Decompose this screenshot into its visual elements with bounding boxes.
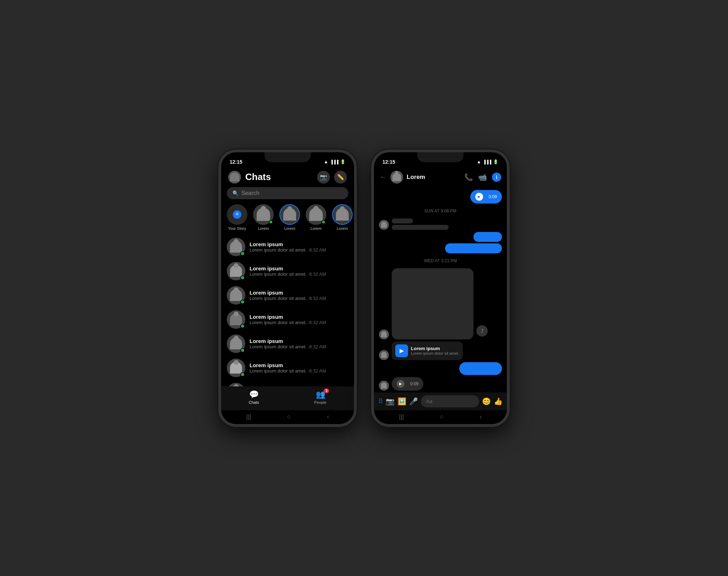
audio-bubble-received[interactable]: ▶ 0:09 bbox=[392, 377, 423, 391]
gesture-bar-left: ||| ○ ‹ bbox=[221, 410, 354, 424]
link-sender-avatar bbox=[379, 350, 389, 360]
back-button[interactable]: ← bbox=[380, 173, 387, 181]
chat-name-5: Lorem ipsum bbox=[250, 362, 348, 368]
story-item-4[interactable]: Lorem bbox=[332, 204, 353, 231]
story-item-1[interactable]: Lorem bbox=[253, 204, 274, 231]
nav-chats[interactable]: 💬 Chats bbox=[249, 390, 259, 405]
media-thumbnail bbox=[392, 268, 473, 339]
right-phone: 12:15 ▲ ▐▐▐ 🔋 ← Lorem 📞 📹 i bbox=[371, 149, 510, 427]
story-label-1: Lorem bbox=[258, 226, 269, 231]
play-button-sent[interactable]: ▶ bbox=[475, 193, 483, 201]
link-sil bbox=[381, 352, 387, 358]
add-story-btn: + bbox=[233, 210, 241, 219]
media-sil bbox=[381, 331, 387, 337]
contact-silhouette bbox=[392, 173, 401, 181]
sent-message-row bbox=[379, 232, 502, 253]
left-phone: 12:15 ▲ ▐▐▐ 🔋 Chats 📷 ✏️ bbox=[218, 149, 357, 427]
recv-sil bbox=[381, 222, 387, 228]
search-bar[interactable]: 🔍 Search bbox=[227, 187, 348, 199]
chat-info-0: Lorem ipsum Lorem ipsum dolor sit amet. … bbox=[250, 241, 348, 253]
battery-icon: 🔋 bbox=[340, 159, 346, 164]
chat-item-4[interactable]: Lorem ipsum Lorem ipsum dolor sit amet. … bbox=[224, 332, 351, 356]
camera-input-button[interactable]: 📷 bbox=[386, 397, 395, 406]
status-icons-left: ▲ ▐▐▐ 🔋 bbox=[324, 159, 346, 164]
story-item-2[interactable]: Lorem bbox=[279, 204, 300, 231]
video-call-button[interactable]: 📹 bbox=[478, 173, 487, 181]
story-sil-3 bbox=[309, 208, 323, 221]
chat-online-5 bbox=[240, 372, 245, 377]
time-left: 12:15 bbox=[230, 159, 242, 165]
chat-online-1 bbox=[240, 275, 245, 280]
emoji-button[interactable]: 😊 bbox=[482, 397, 491, 406]
play-button-received[interactable]: ▶ bbox=[397, 380, 405, 388]
chat-sil-1 bbox=[230, 265, 242, 277]
camera-button[interactable]: 📷 bbox=[317, 171, 330, 184]
chat-name-2: Lorem ipsum bbox=[250, 290, 348, 296]
chats-header: Chats 📷 ✏️ bbox=[221, 168, 354, 187]
edit-icon: ✏️ bbox=[337, 174, 344, 180]
chats-nav-label: Chats bbox=[249, 400, 259, 405]
info-button[interactable]: i bbox=[492, 173, 501, 182]
link-preview-card[interactable]: ▶ Lorem ipsum Lorem ipsum dolor sit amet… bbox=[392, 342, 463, 360]
chat-sil-6 bbox=[230, 386, 242, 386]
contact-avatar bbox=[390, 171, 403, 184]
story-label-2: Lorem bbox=[284, 226, 295, 231]
stories-row: + Your Story Lorem Lorem bbox=[221, 203, 354, 235]
recent-gesture-right[interactable]: ‹ bbox=[480, 413, 482, 421]
received-avatar bbox=[379, 220, 389, 230]
people-nav-label: People bbox=[314, 400, 326, 405]
notch-right bbox=[417, 152, 464, 162]
home-gesture-right[interactable]: ○ bbox=[440, 413, 444, 421]
sent-pill-bubble bbox=[459, 362, 502, 375]
media-container: ⤴ bbox=[392, 268, 473, 339]
audio-bubble-sent[interactable]: ▶ 0:09 bbox=[470, 190, 502, 204]
signal-icon: ▐▐▐ bbox=[330, 160, 338, 164]
story-label-3: Lorem bbox=[310, 226, 321, 231]
chat-online-2 bbox=[240, 300, 245, 304]
chat-item-3[interactable]: Lorem ipsum Lorem ipsum dolor sit amet. … bbox=[224, 307, 351, 332]
home-gesture[interactable]: ○ bbox=[287, 413, 291, 421]
share-button[interactable]: ⤴ bbox=[476, 325, 488, 337]
chat-online-3 bbox=[240, 324, 245, 328]
chat-online-0 bbox=[240, 251, 245, 256]
image-input-button[interactable]: 🖼️ bbox=[397, 397, 406, 406]
audio-msg-sent-top: ▶ 0:09 bbox=[379, 190, 502, 204]
chat-preview-4: Lorem ipsum dolor sit amet. ·8:32 AM bbox=[250, 344, 348, 349]
chat-preview-2: Lorem ipsum dolor sit amet. ·8:32 AM bbox=[250, 296, 348, 301]
chat-item-5[interactable]: Lorem ipsum Lorem ipsum dolor sit amet. … bbox=[224, 356, 351, 380]
chat-header: ← Lorem 📞 📹 i bbox=[374, 168, 507, 186]
phone-call-button[interactable]: 📞 bbox=[464, 173, 473, 181]
story-avatar-1 bbox=[253, 204, 274, 225]
chat-item-1[interactable]: Lorem ipsum Lorem ipsum dolor sit amet. … bbox=[224, 259, 351, 283]
chat-item-6[interactable]: Lorem ipsum Lorem ipsum dolor sit amet. … bbox=[224, 380, 351, 386]
nav-people[interactable]: 👥 3 People bbox=[314, 390, 326, 405]
chat-preview-3: Lorem ipsum dolor sit amet. ·8:32 AM bbox=[250, 320, 348, 325]
chat-sil-3 bbox=[230, 313, 242, 326]
message-text-input[interactable]: Aa bbox=[421, 395, 479, 407]
chat-name-1: Lorem ipsum bbox=[250, 265, 348, 271]
chat-preview-0: Lorem ipsum dolor sit amet. ·8:32 AM bbox=[250, 247, 348, 253]
left-phone-screen: 12:15 ▲ ▐▐▐ 🔋 Chats 📷 ✏️ bbox=[221, 152, 354, 424]
chat-item-2[interactable]: Lorem ipsum Lorem ipsum dolor sit amet. … bbox=[224, 283, 351, 307]
story-item-add[interactable]: + Your Story bbox=[227, 204, 247, 231]
edit-button[interactable]: ✏️ bbox=[334, 171, 347, 184]
user-avatar[interactable] bbox=[228, 171, 241, 184]
chat-sil-4 bbox=[230, 338, 242, 350]
back-gesture-right[interactable]: ||| bbox=[399, 413, 404, 421]
gesture-bar-right: ||| ○ ‹ bbox=[374, 410, 507, 424]
recent-gesture[interactable]: ‹ bbox=[327, 413, 329, 421]
dots-button[interactable]: ⠿ bbox=[378, 397, 383, 405]
back-gesture[interactable]: ||| bbox=[246, 413, 251, 421]
thumbs-up-button[interactable]: 👍 bbox=[494, 397, 503, 406]
mic-input-button[interactable]: 🎤 bbox=[409, 397, 418, 406]
date-label-sun: SUN AT 9:08 PM bbox=[379, 208, 502, 213]
story-item-3[interactable]: Lorem bbox=[306, 204, 326, 231]
chat-info-3: Lorem ipsum Lorem ipsum dolor sit amet. … bbox=[250, 314, 348, 325]
media-message-row: ⤴ bbox=[379, 268, 502, 339]
people-badge: 3 bbox=[323, 389, 329, 393]
chat-avatar-4 bbox=[227, 334, 245, 353]
chat-item-0[interactable]: Lorem ipsum Lorem ipsum dolor sit amet. … bbox=[224, 235, 351, 259]
recv-bubble-short bbox=[392, 218, 413, 223]
recv-bubble-long bbox=[392, 225, 449, 230]
link-title: Lorem ipsum bbox=[411, 346, 459, 351]
